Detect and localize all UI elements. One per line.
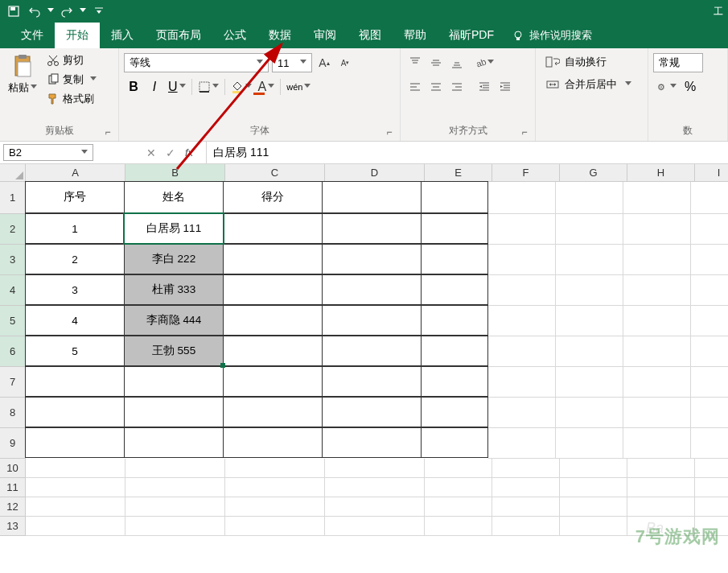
accept-formula-button[interactable]: ✓ bbox=[166, 146, 175, 159]
cell-C9[interactable] bbox=[223, 427, 323, 458]
col-header-F[interactable]: F bbox=[492, 164, 560, 182]
cell-H3[interactable] bbox=[623, 245, 691, 275]
cell-I3[interactable] bbox=[691, 245, 728, 275]
merge-center-button[interactable]: 合并后居中 bbox=[541, 76, 636, 93]
cell-H1[interactable] bbox=[623, 182, 691, 214]
row-header-12[interactable]: 12 bbox=[0, 497, 26, 517]
tab-page-layout[interactable]: 页面布局 bbox=[145, 23, 212, 48]
tell-me-search[interactable]: 操作说明搜索 bbox=[512, 23, 592, 48]
cell-D9[interactable] bbox=[322, 427, 422, 458]
cell-D2[interactable] bbox=[322, 213, 422, 244]
indent-decrease-button[interactable] bbox=[475, 77, 494, 97]
cell-G9[interactable] bbox=[556, 428, 623, 459]
cell-E1[interactable] bbox=[421, 181, 488, 213]
cell-C13[interactable] bbox=[225, 517, 325, 536]
cell-H11[interactable] bbox=[627, 478, 695, 497]
cell-E6[interactable] bbox=[421, 336, 488, 366]
cell-F5[interactable] bbox=[488, 306, 556, 336]
cell-C6[interactable] bbox=[223, 336, 323, 366]
tab-view[interactable]: 视图 bbox=[348, 23, 393, 48]
row-header-8[interactable]: 8 bbox=[0, 398, 26, 428]
cell-E11[interactable] bbox=[425, 478, 492, 497]
cell-B2[interactable]: 白居易 111 bbox=[124, 213, 224, 244]
cell-H8[interactable] bbox=[623, 398, 691, 428]
fill-color-button[interactable] bbox=[228, 77, 254, 97]
cell-A10[interactable] bbox=[26, 459, 125, 478]
indent-increase-button[interactable] bbox=[496, 77, 515, 97]
cell-F2[interactable] bbox=[488, 214, 556, 245]
cell-B8[interactable] bbox=[124, 397, 224, 427]
cell-A12[interactable] bbox=[26, 497, 125, 517]
align-bottom-button[interactable] bbox=[447, 53, 467, 72]
col-header-C[interactable]: C bbox=[225, 164, 325, 182]
cell-A4[interactable]: 3 bbox=[25, 274, 125, 305]
cell-B13[interactable] bbox=[125, 517, 225, 536]
cut-button[interactable]: 剪切 bbox=[43, 52, 100, 69]
align-left-button[interactable] bbox=[405, 77, 425, 97]
cell-B5[interactable]: 李商隐 444 bbox=[124, 305, 224, 336]
cell-E3[interactable] bbox=[421, 244, 488, 274]
paste-button[interactable]: 粘贴 bbox=[5, 52, 40, 97]
cell-A9[interactable] bbox=[25, 427, 125, 458]
cell-G3[interactable] bbox=[556, 245, 623, 275]
insert-function-button[interactable]: fx bbox=[185, 146, 193, 159]
cell-B1[interactable]: 姓名 bbox=[124, 181, 224, 213]
format-painter-button[interactable]: 格式刷 bbox=[43, 90, 100, 108]
cell-E7[interactable] bbox=[421, 366, 488, 397]
row-header-9[interactable]: 9 bbox=[0, 428, 26, 459]
formula-input[interactable]: 白居易 111 bbox=[206, 142, 728, 163]
row-header-2[interactable]: 2 bbox=[0, 214, 26, 245]
tab-foxit-pdf[interactable]: 福昕PDF bbox=[438, 23, 505, 48]
cell-B7[interactable] bbox=[124, 366, 224, 397]
cell-F11[interactable] bbox=[492, 478, 560, 497]
cell-C4[interactable] bbox=[223, 274, 323, 305]
cell-H4[interactable] bbox=[623, 275, 691, 306]
cell-D5[interactable] bbox=[322, 305, 422, 336]
save-icon[interactable] bbox=[5, 2, 23, 20]
align-right-button[interactable] bbox=[447, 77, 467, 97]
col-header-D[interactable]: D bbox=[325, 164, 425, 182]
cell-B10[interactable] bbox=[125, 459, 225, 478]
cell-G7[interactable] bbox=[556, 367, 623, 398]
cell-I8[interactable] bbox=[691, 398, 728, 428]
cell-I1[interactable] bbox=[691, 182, 728, 214]
cell-A3[interactable]: 2 bbox=[25, 244, 125, 274]
cell-B6[interactable]: 王勃 555 bbox=[124, 336, 224, 366]
align-top-button[interactable] bbox=[405, 53, 425, 72]
row-header-10[interactable]: 10 bbox=[0, 459, 26, 478]
tab-file[interactable]: 文件 bbox=[10, 23, 55, 48]
cell-H7[interactable] bbox=[623, 367, 691, 398]
row-header-1[interactable]: 1 bbox=[0, 182, 26, 214]
border-button[interactable] bbox=[195, 77, 221, 97]
cell-C8[interactable] bbox=[223, 397, 323, 427]
align-launcher[interactable]: ⌐ bbox=[519, 126, 530, 138]
row-header-7[interactable]: 7 bbox=[0, 367, 26, 398]
cell-I2[interactable] bbox=[691, 214, 728, 245]
align-center-button[interactable] bbox=[426, 77, 446, 97]
shrink-font-button[interactable]: A▾ bbox=[336, 53, 354, 72]
cell-H9[interactable] bbox=[623, 428, 691, 459]
font-color-button[interactable]: A bbox=[256, 77, 278, 97]
cell-B12[interactable] bbox=[125, 497, 225, 517]
cell-E12[interactable] bbox=[425, 497, 492, 517]
cell-I12[interactable] bbox=[695, 497, 728, 517]
underline-button[interactable]: U bbox=[166, 77, 188, 97]
cell-H10[interactable] bbox=[627, 459, 695, 478]
number-format-select[interactable]: 常规 bbox=[653, 53, 703, 72]
cell-F13[interactable] bbox=[492, 517, 560, 536]
cell-E8[interactable] bbox=[421, 397, 488, 427]
cell-A5[interactable]: 4 bbox=[25, 305, 125, 336]
cell-I9[interactable] bbox=[691, 428, 728, 459]
cell-A1[interactable]: 序号 bbox=[25, 181, 125, 213]
cell-F10[interactable] bbox=[492, 459, 560, 478]
cell-G13[interactable] bbox=[560, 517, 627, 536]
cell-H12[interactable] bbox=[627, 497, 695, 517]
cell-D3[interactable] bbox=[322, 244, 422, 274]
row-header-3[interactable]: 3 bbox=[0, 245, 26, 275]
cell-E5[interactable] bbox=[421, 305, 488, 336]
cell-I10[interactable] bbox=[695, 459, 728, 478]
cell-E10[interactable] bbox=[425, 459, 492, 478]
cell-G6[interactable] bbox=[556, 336, 623, 367]
col-header-B[interactable]: B bbox=[125, 164, 225, 182]
cancel-formula-button[interactable]: ✕ bbox=[146, 146, 156, 159]
